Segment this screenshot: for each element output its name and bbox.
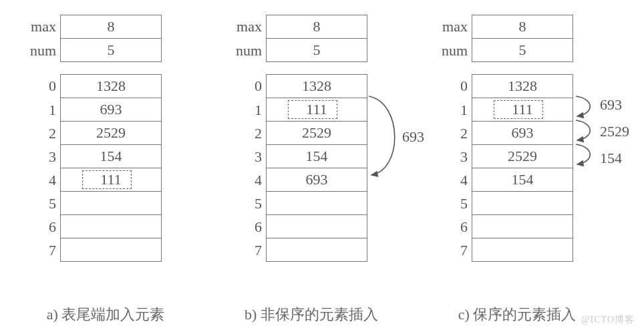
- index-label: 1: [224, 102, 266, 119]
- panel-c: max8 num5 01328 1111 2693 32529 4154 5 6…: [430, 15, 604, 262]
- panel-b-caption: b) 非保序的元素插入: [211, 305, 412, 325]
- max-label: max: [19, 18, 60, 35]
- panel-a-num-cell: 5: [60, 39, 162, 62]
- index-label: 3: [19, 148, 60, 166]
- panel-a-header: max 8 num 5: [19, 15, 192, 62]
- panel-c-cell-0: 1328: [472, 74, 573, 98]
- index-label: 0: [224, 77, 266, 95]
- panel-a-num-row: num 5: [19, 39, 192, 62]
- panel-b-cell-0: 1328: [266, 74, 367, 98]
- index-label: 0: [430, 77, 472, 95]
- num-label: num: [19, 42, 60, 59]
- panel-c-cell-2: 693: [472, 122, 573, 145]
- panel-a-caption: a) 表尾端加入元素: [19, 305, 192, 325]
- panel-a: max 8 num 5 01328 1693 22529 3154 4111 5…: [19, 15, 192, 262]
- index-label: 2: [19, 125, 60, 142]
- swap-label: 693: [402, 128, 424, 146]
- index-label: 2: [430, 125, 472, 142]
- shift-label-1: 2529: [600, 123, 629, 140]
- watermark: @ICTO博客: [581, 314, 635, 326]
- max-label: max: [224, 18, 266, 35]
- panel-b-max-cell: 8: [266, 15, 367, 39]
- panel-b-array: 01328 1111 22529 3154 4693 5 6 7: [224, 74, 398, 262]
- panel-a-cell-4: 111: [60, 168, 162, 192]
- num-label: num: [224, 42, 266, 59]
- panel-a-cell-2: 2529: [60, 122, 162, 145]
- index-label: 3: [430, 148, 472, 166]
- index-label: 6: [430, 218, 472, 236]
- shift-label-0: 693: [600, 96, 622, 114]
- panel-b-cell-7: [266, 238, 367, 262]
- index-label: 5: [19, 195, 60, 212]
- panel-c-array: 01328 1111 2693 32529 4154 5 6 7: [430, 74, 604, 262]
- shift-label-2: 154: [600, 150, 622, 167]
- index-label: 6: [19, 218, 60, 236]
- index-label: 4: [19, 172, 60, 189]
- diagram-stage: max 8 num 5 01328 1693 22529 3154 4111 5…: [0, 0, 644, 334]
- index-label: 3: [224, 148, 266, 166]
- index-label: 1: [19, 102, 60, 119]
- index-label: 0: [19, 77, 60, 95]
- panel-b-num-cell: 5: [266, 39, 367, 62]
- max-label: max: [430, 18, 472, 35]
- index-label: 7: [430, 242, 472, 259]
- panel-b-cell-3: 154: [266, 145, 367, 168]
- index-label: 1: [430, 102, 472, 119]
- panel-c-cell-3: 2529: [472, 145, 573, 168]
- panel-c-cell-7: [472, 238, 573, 262]
- panel-b-cell-4: 693: [266, 168, 367, 192]
- index-label: 5: [430, 195, 472, 212]
- panel-b-cell-6: [266, 215, 367, 238]
- panel-c-cell-1: 111: [472, 98, 573, 122]
- panel-a-cell-0: 1328: [60, 74, 162, 98]
- panel-c-cell-4: 154: [472, 168, 573, 192]
- index-label: 7: [19, 242, 60, 259]
- index-label: 6: [224, 218, 266, 236]
- panel-a-cell-3: 154: [60, 145, 162, 168]
- panel-a-max-cell: 8: [60, 15, 162, 39]
- index-label: 5: [224, 195, 266, 212]
- panel-a-cell-6: [60, 215, 162, 238]
- num-label: num: [430, 42, 472, 59]
- panel-c-header: max8 num5: [430, 15, 604, 62]
- panel-b-cell-1: 111: [266, 98, 367, 122]
- panel-c-cell-6: [472, 215, 573, 238]
- panel-a-cell-1: 693: [60, 98, 162, 122]
- index-label: 7: [224, 242, 266, 259]
- panel-b: max8 num5 01328 1111 22529 3154 4693 5 6…: [224, 15, 398, 262]
- panel-b-cell-2: 2529: [266, 122, 367, 145]
- panel-b-cell-5: [266, 192, 367, 215]
- panel-a-max-row: max 8: [19, 15, 192, 39]
- panel-c-cell-5: [472, 192, 573, 215]
- panel-c-max-cell: 8: [472, 15, 573, 39]
- index-label: 4: [430, 172, 472, 189]
- index-label: 4: [224, 172, 266, 189]
- panel-c-num-cell: 5: [472, 39, 573, 62]
- panel-b-header: max8 num5: [224, 15, 398, 62]
- panel-a-cell-7: [60, 238, 162, 262]
- panel-a-array: 01328 1693 22529 3154 4111 5 6 7: [19, 74, 192, 262]
- index-label: 2: [224, 125, 266, 142]
- panel-a-cell-5: [60, 192, 162, 215]
